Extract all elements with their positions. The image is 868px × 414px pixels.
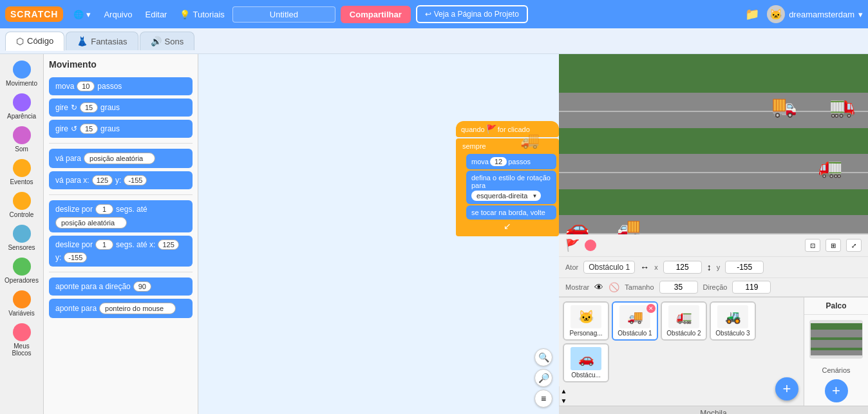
tab-codigo-label: Código — [27, 36, 53, 46]
goto-x-input[interactable]: 125 — [92, 175, 113, 185]
eye-closed-button[interactable]: 🚫 — [609, 282, 619, 292]
block-gire-ccw[interactable]: gire ↺ 15 graus — [49, 120, 193, 138]
main-block-stack[interactable]: quando 🚩 for clicado sempre mova 12 pass… — [456, 121, 559, 236]
view-project-button[interactable]: ↩ Veja a Página do Projeto — [416, 5, 528, 23]
sprite-list-scrollbar[interactable]: ▲ ▼ — [559, 386, 568, 406]
add-backdrop-button[interactable]: + — [825, 379, 848, 402]
y-input[interactable] — [725, 261, 764, 274]
goto-dropdown[interactable]: posição aleatória — [84, 153, 155, 164]
size-input[interactable] — [659, 281, 698, 294]
mochila-bar[interactable]: Mochila — [559, 406, 868, 414]
globe-button[interactable]: 🌐 ▾ — [68, 7, 96, 22]
block-mova-suffix: passos — [97, 82, 122, 91]
stage-layout-normal[interactable]: ⊡ — [805, 239, 820, 252]
category-meus-blocos[interactable]: Meus Blocos — [3, 321, 41, 359]
category-eventos[interactable]: Eventos — [3, 156, 41, 188]
glide-xy-y-label: y: — [55, 253, 61, 262]
sprite-delete-icon[interactable]: ✕ — [646, 304, 656, 313]
sprite-item-obstaculo1[interactable]: ✕ 🚚 Obstáculo 1 — [612, 301, 658, 341]
block-goto-xy[interactable]: vá para x: 125 y: -155 — [49, 171, 193, 189]
zoom-in-button[interactable]: 🔍 — [534, 348, 552, 366]
main-area: Movimento Aparência Som Eventos Controle… — [0, 54, 868, 414]
stage-fullscreen-button[interactable]: ⤢ — [846, 239, 862, 252]
scroll-up-button[interactable]: ▲ — [560, 386, 569, 396]
block-mova-input[interactable]: 10 — [77, 81, 95, 91]
sprite-item-obstaculo2[interactable]: 🚛 Obstáculo 2 — [661, 301, 707, 341]
user-menu[interactable]: 🐱 dreamamsterdam ▾ — [767, 5, 863, 23]
glide-time-input[interactable]: 1 — [95, 204, 113, 214]
block-girecw-input[interactable]: 15 — [80, 102, 98, 113]
rotation-style-block[interactable]: defina o estilo de rotação para esquerda… — [466, 171, 556, 204]
zoom-out-button[interactable]: 🔎 — [534, 369, 552, 387]
move-block[interactable]: mova 12 passos — [466, 154, 556, 169]
sprite-item-obstaculo3[interactable]: 🚜 Obstáculo 3 — [710, 301, 756, 341]
scroll-down-button[interactable]: ▼ — [560, 396, 569, 406]
stop-button[interactable] — [585, 240, 596, 251]
category-variaveis[interactable]: Variáveis — [3, 288, 41, 319]
tutoriais-menu[interactable]: 💡 Tutoriais — [175, 7, 229, 22]
category-sensores[interactable]: Sensores — [3, 222, 41, 254]
fantasias-icon: 👗 — [77, 36, 88, 46]
stage-layout-big[interactable]: ⊞ — [826, 239, 841, 252]
category-controle[interactable]: Controle — [3, 189, 41, 221]
glide-dropdown[interactable]: posição aleatória — [55, 217, 127, 229]
grass-bg — [559, 54, 868, 234]
goto-y-input[interactable]: -155 — [124, 175, 147, 185]
x-input[interactable] — [663, 261, 702, 274]
road-3 — [559, 215, 868, 234]
pointtowards-dropdown[interactable]: ponteiro do mouse — [99, 303, 176, 314]
stage-backdrop-thumb[interactable] — [809, 320, 863, 359]
glide-xy-y-input[interactable]: -155 — [64, 252, 87, 263]
aparencia-label: Aparência — [7, 113, 36, 120]
code-area[interactable]: quando 🚩 for clicado sempre mova 12 pass… — [198, 54, 559, 414]
pointdir-input[interactable]: 90 — [133, 281, 151, 292]
glide-xy-time-input[interactable]: 1 — [95, 240, 113, 250]
category-operadores[interactable]: Operadores — [3, 255, 41, 287]
x-arrow-icon: ↔ — [640, 262, 649, 272]
movimento-circle — [13, 61, 31, 79]
block-point-towards[interactable]: aponte para ponteiro do mouse — [49, 299, 193, 318]
tab-sons[interactable]: 🔊 Sons — [140, 32, 195, 50]
category-som[interactable]: Som — [3, 124, 41, 155]
editar-menu[interactable]: Editar — [140, 7, 172, 22]
code-canvas: quando 🚩 for clicado sempre mova 12 pass… — [198, 54, 559, 414]
sprite-name-obstaculo3: Obstáculo 3 — [715, 330, 750, 337]
actor-name-input[interactable] — [583, 261, 635, 274]
tab-fantasias[interactable]: 👗 Fantasias — [66, 32, 138, 50]
gotoxy-y-label: y: — [115, 176, 121, 185]
direction-input[interactable] — [732, 281, 771, 294]
rotation-dropdown[interactable]: esquerda-direita — [471, 191, 541, 201]
folder-button[interactable]: 📁 — [740, 5, 764, 24]
glide-xy-x-input[interactable]: 125 — [158, 240, 178, 250]
svg-rect-2 — [811, 340, 862, 348]
category-movimento[interactable]: Movimento — [3, 58, 41, 89]
green-flag-button[interactable]: 🚩 — [565, 238, 580, 252]
sprite-item-personagem[interactable]: 🐱 Personag... — [563, 301, 609, 341]
hat-block[interactable]: quando 🚩 for clicado — [456, 121, 559, 137]
block-glide-random[interactable]: deslize por 1 segs. até posição aleatóri… — [49, 200, 193, 232]
project-title-input[interactable] — [232, 6, 335, 23]
block-goto-random[interactable]: vá para posição aleatória — [49, 149, 193, 168]
arquivo-menu[interactable]: Arquivo — [99, 7, 137, 22]
layout-big-icon: ⊞ — [831, 242, 836, 249]
bounce-block[interactable]: se tocar na borda, volte — [466, 205, 556, 220]
movimento-label: Movimento — [6, 80, 37, 87]
move-input[interactable]: 12 — [490, 157, 507, 166]
block-point-dir[interactable]: aponte para a direção 90 — [49, 278, 193, 296]
category-aparencia[interactable]: Aparência — [3, 91, 41, 122]
block-glide-xy[interactable]: deslize por 1 segs. até x: 125 y: -155 — [49, 236, 193, 267]
eye-open-button[interactable]: 👁 — [594, 282, 603, 292]
sprite-item-obstaculo4[interactable]: 🚗 Obstácu... — [563, 343, 609, 382]
block-gireccw-input[interactable]: 15 — [80, 124, 98, 134]
tab-codigo[interactable]: ⬡ Código — [5, 32, 64, 51]
zoom-reset-icon: ≡ — [541, 393, 546, 404]
divider-3 — [49, 272, 193, 272]
add-sprite-button[interactable]: + — [775, 377, 798, 400]
operadores-circle — [13, 258, 31, 276]
username-label: dreamamsterdam — [789, 10, 854, 19]
zoom-reset-button[interactable]: ≡ — [534, 390, 552, 408]
loop-wrapper[interactable]: sempre mova 12 passos defina o estilo de… — [456, 138, 559, 236]
block-gire-cw[interactable]: gire ↻ 15 graus — [49, 99, 193, 117]
share-button[interactable]: Compartilhar — [341, 6, 411, 23]
block-mova[interactable]: mova 10 passos — [49, 77, 193, 95]
